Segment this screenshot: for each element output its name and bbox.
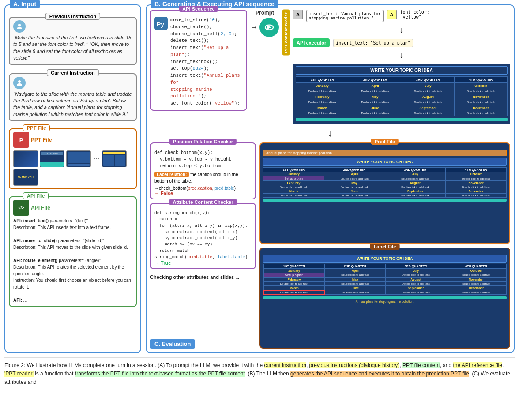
checking-text: Checking other attributes and slides ... [150, 274, 256, 280]
api-executor-box: API executor [293, 38, 330, 47]
current-instruction-header [13, 77, 132, 89]
caption-is: is a function that [34, 371, 75, 377]
ppt-slides: POLLUTION ··· [13, 150, 132, 186]
user-icon-prev [13, 20, 26, 33]
panel-a-title: A. Input [10, 0, 40, 8]
pred-file-content: Annual plans for stopping marine polluti… [263, 150, 507, 202]
slide-thumb-3 [66, 150, 91, 167]
slide-thumb-1 [13, 150, 38, 167]
b-top: API Sequence Py move_to_slide(10); choos… [150, 10, 510, 124]
svg-text:Py: Py [157, 21, 164, 28]
api-file-header: </> API File [13, 200, 132, 216]
b-bottom: Position Relation Checker def check_bott… [150, 142, 510, 349]
api-sequence-box: API Sequence Py move_to_slide(10); choos… [150, 10, 247, 111]
current-instruction-text: "Navigate to the slide with the months t… [13, 91, 132, 118]
svg-point-0 [18, 24, 21, 26]
ppt-file-box: PPT File P PPT File [9, 128, 137, 189]
pred-file-box: Pred File Annual plans for stopping mari… [260, 142, 510, 244]
row-task2: Double click to add task Double click to… [296, 100, 508, 105]
slide-thumb-2: POLLUTION [40, 150, 64, 167]
previous-instruction-text: "Make the font size of the first two tex… [13, 34, 132, 62]
pred-file-label: Pred File [371, 139, 399, 145]
api-file-title: API File [31, 205, 50, 211]
caption-period-1: . [502, 362, 504, 368]
c-eval-label: C. Evaluation [150, 339, 195, 349]
row-feb: February May August November [296, 94, 508, 100]
q1-header: 1ST QUARTER [296, 77, 349, 83]
ppt-file-label: PPT File [23, 124, 50, 131]
api-content: API: insert_text() parameters="(text)"De… [13, 218, 132, 304]
teal-bar [296, 118, 508, 121]
a-icon-right: A [387, 10, 397, 19]
top-annotations-row: A insert_text: "Annual plans forstopping… [293, 10, 510, 22]
highlight-ppt-reader: 'PPT reader' [4, 371, 34, 377]
label-file-content: WRITE YOUR TOPIC OR IDEA 1ST QUARTER2ND … [263, 255, 507, 303]
pred-label-column: Pred File Annual plans for stopping mari… [260, 142, 510, 349]
figure-caption: Figure 2: We illustrate how LLMs complet… [4, 357, 515, 387]
row-jan: January April July October [296, 83, 508, 89]
api-executor-row: API executor insert_text: "Set up a plan… [293, 38, 510, 47]
checker-column: Position Relation Checker def check_bott… [150, 142, 256, 349]
attr-checker-result: → True [154, 260, 252, 266]
row-mar: March June September December [296, 105, 508, 111]
b-right-section: A insert_text: "Annual plans forstopping… [293, 10, 510, 124]
a-icon-left: A [293, 10, 303, 19]
q4-header: 4TH QUARTER [455, 77, 508, 83]
prompt-label: Prompt [256, 10, 274, 16]
highlight-ppt-content: PPT file content [402, 362, 440, 368]
label-caption-bottom: Annual plans for stopping marine polluti… [263, 300, 507, 303]
user-icon-curr [13, 77, 26, 89]
ppt-file-title: PPT File [31, 137, 52, 143]
label-relation-badge: Label relation: [154, 172, 189, 177]
highlight-api-ref: the API reference file [453, 362, 502, 368]
previous-instruction-header [13, 20, 132, 33]
quarter-table: 1ST QUARTER 2ND QUARTER 3RD QUARTER 4TH … [296, 76, 508, 116]
row-task1: Double click to add task Double click to… [296, 89, 508, 94]
api-file-box: API File </> API File API: insert_text()… [9, 196, 137, 307]
pos-checker-call: →check_bottom(pred.caption, pred.table) [154, 186, 252, 191]
slide-preview: WRITE YOUR TOPIC OR IDEA 1ST QUARTER 2ND… [293, 64, 510, 124]
label-slide-title: WRITE YOUR TOPIC OR IDEA [263, 255, 507, 262]
api-more: API: ... [13, 297, 132, 304]
pos-checker-desc: Label relation: the caption should in th… [154, 171, 252, 184]
slide-thumb-4 [102, 150, 127, 167]
row-task3: Double click to add task Double click to… [296, 111, 508, 116]
pos-checker-label: Position Relation Checker [169, 139, 237, 145]
caption-comma-2: , [399, 362, 402, 368]
panel-a: A. Input Previous Instruction "Make the … [4, 4, 141, 353]
api-2: API: move_to_slide() parameters="(slide_… [13, 237, 132, 251]
svg-point-1 [18, 80, 21, 83]
api-file-label: API File [23, 192, 49, 199]
top-section: A. Input Previous Instruction "Make the … [4, 4, 515, 353]
pos-checker-code: def check_bottom(x,y): y.bottom = y.top … [154, 150, 252, 169]
slide-preview-title: WRITE YOUR TOPIC OR IDEA [296, 66, 508, 75]
arrow-down-2: ↓ [293, 51, 510, 60]
caption-comma-3: , and [440, 362, 453, 368]
api-icon: </> [13, 200, 29, 216]
ppt-header: P PPT File [13, 132, 132, 148]
api-1: API: insert_text() parameters="(text)"De… [13, 218, 132, 231]
current-instruction-box: Current Instruction "Navigate to the sli… [9, 73, 137, 122]
insert-text-annotation: insert_text: "Annual plans forstopping m… [306, 10, 384, 22]
main-container: A. Input Previous Instruction "Make the … [4, 4, 515, 387]
q2-header: 2ND QUARTER [349, 77, 402, 83]
attr-checker-code: def string_match(x,y): match = 1 for (at… [154, 210, 252, 260]
panel-b: B. Generating & Executing API sequence A… [146, 4, 515, 353]
slide-dots: ··· [93, 150, 100, 167]
api-3: API: rotate_element() parameters="(angle… [13, 257, 132, 290]
quarter-header-row: 1ST QUARTER 2ND QUARTER 3RD QUARTER 4TH … [296, 77, 508, 83]
highlight-generates: generates the API sequence and executes … [290, 371, 469, 377]
highlight-transforms: transforms the PPT file into the text-ba… [75, 371, 245, 377]
big-arrow-down: ↓ [150, 128, 510, 139]
caption-period-2: . (B) The LLM then [245, 371, 290, 377]
insert-text-small: insert_text: "Set up a plan" [333, 39, 413, 47]
api-sequence-label: API Sequence [179, 6, 218, 12]
label-file-box: Label File WRITE YOUR TOPIC OR IDEA 1ST … [260, 248, 510, 349]
pos-checker-box: Position Relation Checker def check_bott… [150, 142, 256, 199]
previous-instruction-box: Previous Instruction "Make the font size… [9, 17, 137, 65]
label-quarter-table: 1ST QUARTER2ND QUARTER3RD QUARTER4TH QUA… [263, 264, 507, 295]
api-seq-content: Py move_to_slide(10); choose_table(); ch… [154, 17, 243, 107]
ppt-reader-label: PPT content reader [282, 10, 290, 56]
figure-caption-prefix: Figure 2: We illustrate how LLMs complet… [4, 362, 264, 368]
pred-quarter-table: 1ST QUARTER2ND QUARTER3RD QUARTER4TH QUA… [263, 167, 507, 198]
